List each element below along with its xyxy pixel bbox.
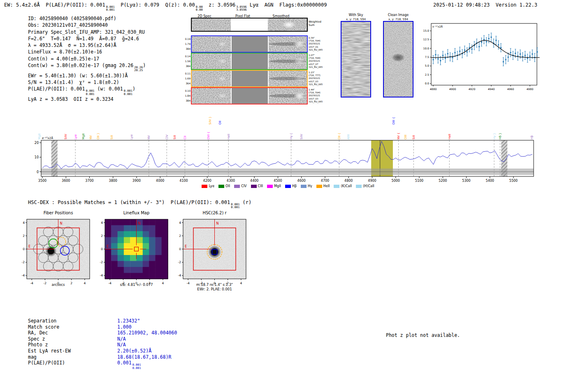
svg-text:-4: -4 [100, 274, 103, 277]
legend-label: Hβ [292, 184, 297, 188]
svg-text:2: 2 [70, 281, 72, 285]
svg-text:0.14: 0.14 [185, 55, 191, 58]
svg-text:SiIV: SiIV [64, 134, 67, 139]
svg-text:-2: -2 [178, 260, 181, 264]
match-table-row: Match score1.000 [28, 324, 177, 330]
svg-text:10.0: 10.0 [423, 47, 429, 50]
svg-text:15.0: 15.0 [423, 29, 429, 32]
svg-text:-4: -4 [186, 281, 190, 285]
match-table-row: Est LyA rest-EW2.20(±0.52)Å [28, 348, 177, 354]
stacked-fraction: 0.0010.001 [106, 6, 115, 12]
svg-text:1.44": 1.44" [309, 88, 315, 91]
text-segment: ) [132, 86, 135, 92]
svg-text:5000: 5000 [392, 179, 400, 183]
svg-text:-2: -2 [44, 281, 47, 285]
info-line: Cont(w) = 3.80(±0.02)e-17 (gmag 20.2620.… [28, 62, 146, 72]
spec2d-row: 0.101.843841.44"(718, 594)20230121v017_0… [185, 88, 323, 104]
text-segment: 1.23432" [117, 318, 140, 324]
svg-text:m:18.7 re:1.4" s:1.3": m:18.7 re:1.4" s:1.3" [196, 283, 233, 287]
svg-text:384: 384 [186, 99, 191, 102]
weighted-sum-strip [191, 18, 307, 31]
svg-text:NV {: NV { [397, 132, 400, 139]
report-datetime: 2025-01-12 09:48:23 [433, 2, 490, 8]
svg-text:4100: 4100 [179, 179, 188, 183]
match-table-label: Separation [28, 318, 117, 324]
svg-text:2D Spec: 2D Spec [197, 14, 211, 18]
legend-item: Lyα [202, 184, 214, 188]
info-line: LyA z = 3.0583 OII z = 0.3234 [28, 96, 146, 102]
svg-text:4880: 4880 [430, 88, 437, 91]
svg-text:Hδ }: Hδ } [499, 133, 502, 139]
svg-text:0.19: 0.19 [185, 37, 191, 40]
svg-text:5.0: 5.0 [425, 64, 429, 67]
svg-text:Weighted: Weighted [309, 20, 321, 23]
info-line: EWr = 5.40(±1.30) (w: 5.60(±1.30))Å [28, 72, 146, 79]
cutout-panels: NEFiber Positions-4-4-2-2002244arcsecsNE… [16, 208, 255, 296]
text-segment: (w: 0.001 [95, 86, 123, 92]
svg-text:Hγ {: Hγ { [290, 133, 293, 139]
text-segment: Cont(n) = 4.00(±0.25)e-17 [28, 56, 99, 62]
text-segment: 0.001 [117, 360, 132, 366]
info-line: ID: 4025890040 (4025890040.pdf) [28, 15, 146, 22]
full-spectrum-chart: 0102035003600370038003900400041004200430… [25, 110, 555, 183]
svg-text:384: 384 [186, 47, 191, 50]
svg-text:e⁻¹⁷x2Å: e⁻¹⁷x2Å [42, 136, 53, 140]
svg-text:1.84: 1.84 [185, 94, 191, 97]
svg-text:5300: 5300 [462, 179, 470, 183]
legend-item: OII [218, 184, 230, 188]
legend-label: OII [225, 184, 230, 188]
match-table-row: Spec zN/A [28, 336, 177, 342]
match-table-value: 165.210902, 48.004060 [117, 330, 177, 336]
svg-text:1.07": 1.07" [309, 54, 315, 56]
svg-text:AlIII: AlIII [347, 134, 350, 139]
svg-text:20230121: 20230121 [309, 42, 320, 45]
stacked-fraction: 20.2620.25 [134, 66, 143, 72]
svg-text:4800: 4800 [344, 179, 353, 183]
legend-label: CIII [258, 184, 263, 188]
svg-text:(716, 777): (716, 777) [309, 74, 321, 77]
svg-text:4600: 4600 [297, 179, 306, 183]
svg-text:OIII: OIII [404, 135, 407, 139]
svg-text:3700: 3700 [85, 179, 93, 183]
svg-text:0.39": 0.39" [309, 37, 315, 39]
svg-text:1.56: 1.56 [185, 60, 191, 63]
legend-item: Hγ [301, 184, 312, 188]
svg-text:2: 2 [101, 234, 103, 238]
text-segment: (r) [239, 199, 251, 205]
text-segment: S/N = 13.4(±1.4) χ² = 1.8(±0.2) [28, 79, 119, 85]
match-table-row: Photo zN/A [28, 342, 177, 348]
svg-text:4400: 4400 [250, 179, 258, 183]
match-table-label: Spec z [28, 336, 117, 342]
svg-text:10: 10 [35, 155, 39, 159]
svg-text:v017_01: v017_01 [309, 46, 318, 49]
svg-text:0: 0 [23, 247, 25, 251]
match-table-row: P(LAE)/P(OII)0.0010.0010.001 [28, 360, 177, 370]
svg-text:e⁻¹⁷x2Å: e⁻¹⁷x2Å [432, 25, 443, 28]
report-version: Version 1.22.3 [496, 2, 537, 8]
svg-text:MgII: MgII [38, 133, 41, 139]
svg-text:Fiber Positions: Fiber Positions [44, 211, 73, 215]
svg-text:4000: 4000 [156, 179, 164, 183]
text-segment: Lyα AGN Flags:0x00000009 [246, 2, 327, 8]
info-line: F=2.6" T=0.147 N̄=1.49 Ā=0.87 ḡ=24.6 [28, 35, 146, 42]
svg-text:5100: 5100 [415, 179, 423, 183]
svg-text:Lineflux Map: Lineflux Map [123, 211, 150, 215]
svg-text:EWr: 2. PLAE: 0.001: EWr: 2. PLAE: 0.001 [197, 287, 232, 291]
svg-text:4200: 4200 [203, 179, 211, 183]
match-table-label: mag [28, 354, 117, 360]
svg-text:-4: -4 [22, 274, 25, 277]
svg-text:5200: 5200 [439, 179, 447, 183]
svg-text:NV: NV [147, 135, 151, 139]
svg-text:Lyα: Lyα [74, 135, 77, 139]
svg-text:2: 2 [179, 234, 181, 238]
text-segment: 18.68(18.67,18.68)R [117, 354, 172, 360]
svg-text:0.10: 0.10 [185, 89, 191, 92]
match-table: Separation1.23432"Match score1.000RA, De… [28, 318, 177, 370]
svg-text:0.11: 0.11 [185, 72, 191, 75]
svg-text:0: 0 [37, 170, 39, 174]
legend-item: MgII [267, 184, 281, 188]
svg-text:3600: 3600 [62, 179, 70, 183]
text-segment: Cont(w) = 3.80(±0.02)e-17 (gmag 20.26 [28, 63, 133, 68]
text-segment: ID: 4025890040 (4025890040.pdf) [28, 16, 116, 21]
text-segment: HSC-DEX : Possible Matches = 1 (within +… [28, 199, 230, 205]
